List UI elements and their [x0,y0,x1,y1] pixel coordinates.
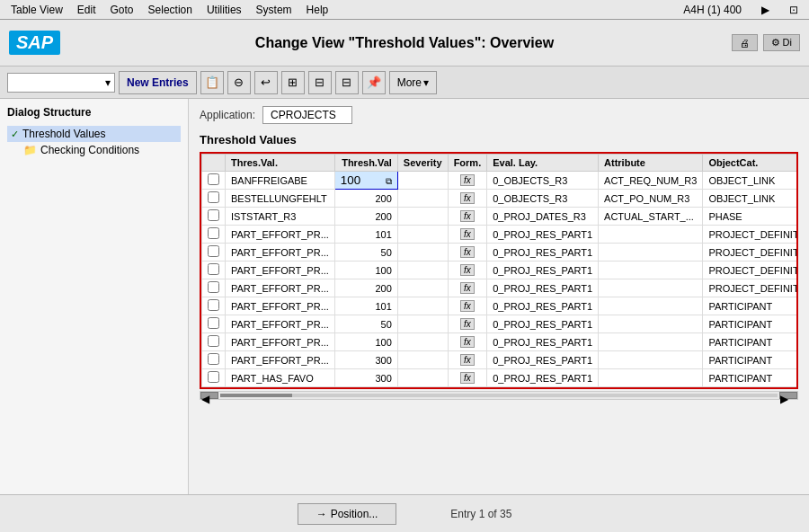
print-button[interactable]: 🖨 [732,34,758,51]
row-checkbox-cell[interactable] [202,226,226,244]
menu-edit[interactable]: Edit [70,2,103,18]
fx-button[interactable]: fx [460,210,475,222]
delete-icon[interactable]: ⊖ [227,71,251,94]
thresh-val-input[interactable] [341,173,386,187]
row-thres-val: PART_EFFORT_PR... [226,297,335,315]
toolbar-dropdown[interactable]: ▾ [7,73,115,93]
col-header-obj-cat[interactable]: ObjectCat. [703,155,798,172]
fx-button[interactable]: fx [460,300,475,312]
fx-button[interactable]: fx [460,318,475,330]
fx-button[interactable]: fx [460,228,475,240]
expand-icon[interactable]: ▶ [754,2,777,18]
row-form[interactable]: fx [448,226,487,244]
col-header-attribute[interactable]: Attribute [599,155,703,172]
fx-button[interactable]: fx [460,372,475,384]
row-checkbox-cell[interactable] [202,351,226,369]
table-row[interactable]: ISTSTART_R3200fx0_PROJ_DATES_R3ACTUAL_ST… [202,208,799,226]
grid-icon1[interactable]: ⊞ [281,71,305,94]
table-row[interactable]: PART_EFFORT_PR...100fx0_PROJ_RES_PART1PA… [202,333,799,351]
row-checkbox[interactable] [208,209,219,221]
fx-button[interactable]: fx [460,336,475,348]
col-header-thresh-val2[interactable]: Thresh.Val [334,155,397,172]
row-checkbox-cell[interactable] [202,172,226,190]
row-form[interactable]: fx [448,297,487,315]
row-form[interactable]: fx [448,369,487,387]
copy-value-icon[interactable]: ⧉ [386,176,392,186]
fx-button[interactable]: fx [460,192,475,204]
sidebar-item-threshold-values[interactable]: ✓ Threshold Values [7,126,181,142]
table-row[interactable]: PART_HAS_FAVO300fx0_PROJ_RES_PART1PARTIC… [202,369,799,387]
row-checkbox[interactable] [208,191,219,203]
row-checkbox-cell[interactable] [202,369,226,387]
row-checkbox-cell[interactable] [202,190,226,208]
menu-goto[interactable]: Goto [103,2,141,18]
fx-button[interactable]: fx [460,246,475,258]
grid-icon3[interactable]: ⊟ [335,71,359,94]
row-checkbox[interactable] [208,227,219,239]
table-row[interactable]: BANFFREIGABE⧉fx0_OBJECTS_R3ACT_REQ_NUM_R… [202,172,799,190]
col-header-form[interactable]: Form. [448,155,487,172]
menu-system[interactable]: System [249,2,299,18]
table-row[interactable]: PART_EFFORT_PR...101fx0_PROJ_RES_PART1PR… [202,226,799,244]
sidebar-item-checking-conditions[interactable]: 📁 Checking Conditions [7,142,181,158]
undo-icon[interactable]: ↩ [254,71,278,94]
row-form[interactable]: fx [448,279,487,297]
menu-help[interactable]: Help [299,2,336,18]
row-form[interactable]: fx [448,333,487,351]
row-checkbox[interactable] [208,353,219,365]
row-checkbox[interactable] [208,371,219,383]
row-checkbox[interactable] [208,173,219,185]
row-checkbox[interactable] [208,245,219,257]
row-checkbox-cell[interactable] [202,244,226,262]
row-checkbox[interactable] [208,335,219,347]
threshold-values-table[interactable]: Thres.Val. Thresh.Val Severity Form. Eva… [200,152,798,389]
menu-utilities[interactable]: Utilities [200,2,249,18]
grid-icon2[interactable]: ⊟ [308,71,332,94]
row-checkbox[interactable] [208,281,219,293]
scroll-right-btn[interactable]: ▶ [779,392,797,399]
row-form[interactable]: fx [448,190,487,208]
row-eval-lay: 0_PROJ_RES_PART1 [487,226,599,244]
menu-selection[interactable]: Selection [141,2,200,18]
col-header-eval-lay[interactable]: Eval. Lay. [487,155,599,172]
table-row[interactable]: PART_EFFORT_PR...50fx0_PROJ_RES_PART1PRO… [202,244,799,262]
row-form[interactable]: fx [448,262,487,279]
table-row[interactable]: BESTELLUNGFEHLT200fx0_OBJECTS_R3ACT_PO_N… [202,190,799,208]
fx-button[interactable]: fx [460,282,475,294]
row-checkbox[interactable] [208,299,219,311]
customize-button[interactable]: ⚙ Di [763,34,800,51]
window-icon[interactable]: ⊡ [782,2,805,18]
fx-button[interactable]: fx [460,354,475,366]
table-row[interactable]: PART_EFFORT_PR...101fx0_PROJ_RES_PART1PA… [202,297,799,315]
fx-button[interactable]: fx [460,264,475,276]
row-checkbox-cell[interactable] [202,315,226,333]
row-form[interactable]: fx [448,315,487,333]
fx-button[interactable]: fx [460,174,475,186]
horizontal-scrollbar[interactable]: ◀ ▶ [200,391,798,400]
row-form[interactable]: fx [448,351,487,369]
table-row[interactable]: PART_EFFORT_PR...200fx0_PROJ_RES_PART1PR… [202,279,799,297]
row-checkbox-cell[interactable] [202,333,226,351]
row-checkbox[interactable] [208,263,219,275]
position-button[interactable]: → Position... [298,503,397,525]
row-checkbox-cell[interactable] [202,262,226,279]
table-row[interactable]: PART_EFFORT_PR...300fx0_PROJ_RES_PART1PA… [202,351,799,369]
col-header-thres-val[interactable]: Thres.Val. [226,155,335,172]
row-checkbox-cell[interactable] [202,279,226,297]
row-form[interactable]: fx [448,208,487,226]
table-row[interactable]: PART_EFFORT_PR...100fx0_PROJ_RES_PART1PR… [202,262,799,279]
more-button[interactable]: More ▾ [389,71,437,94]
new-entries-button[interactable]: New Entries [119,71,197,94]
row-checkbox-cell[interactable] [202,208,226,226]
pin-icon[interactable]: 📌 [362,71,386,94]
copy-icon[interactable]: 📋 [200,71,224,94]
scroll-left-btn[interactable]: ◀ [200,392,218,399]
table-row[interactable]: PART_EFFORT_PR...50fx0_PROJ_RES_PART1PAR… [202,315,799,333]
row-form[interactable]: fx [448,244,487,262]
row-thresh-val: 100 [334,333,397,351]
row-form[interactable]: fx [448,172,487,190]
menu-table-view[interactable]: Table View [4,2,70,18]
col-header-severity[interactable]: Severity [397,155,448,172]
row-checkbox-cell[interactable] [202,297,226,315]
row-checkbox[interactable] [208,317,219,329]
